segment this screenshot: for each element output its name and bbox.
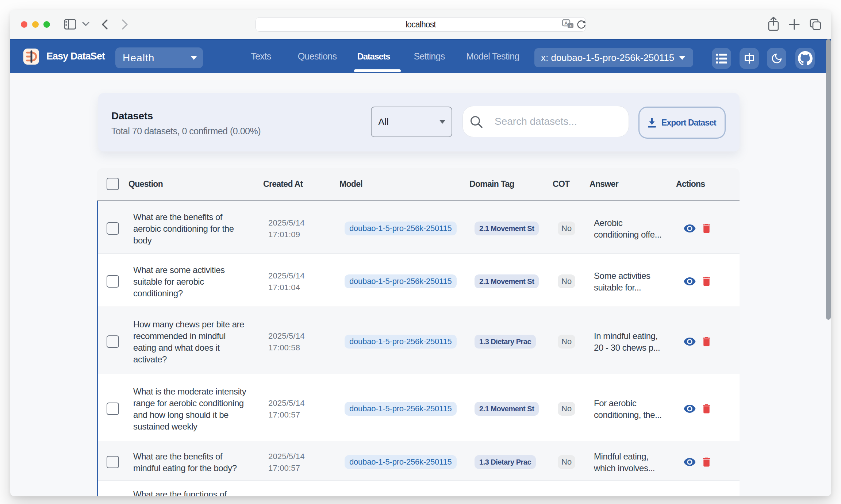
svg-text:A: A <box>564 20 568 26</box>
svg-text:x: x <box>569 23 572 28</box>
